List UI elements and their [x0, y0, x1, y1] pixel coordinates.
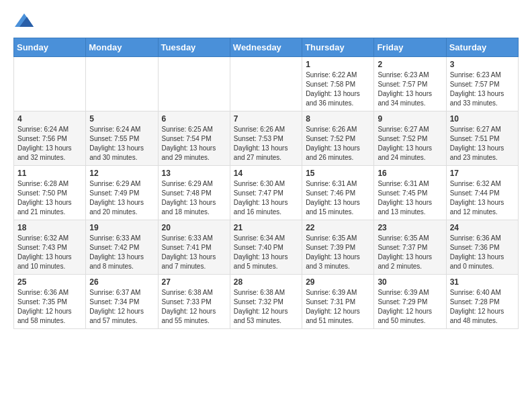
day-number: 23: [378, 223, 442, 232]
day-header-saturday: Saturday: [446, 38, 518, 57]
day-info: Sunrise: 6:32 AM Sunset: 7:43 PM Dayligh…: [17, 234, 82, 271]
day-number: 29: [306, 277, 370, 287]
day-info: Sunrise: 6:36 AM Sunset: 7:36 PM Dayligh…: [450, 234, 515, 271]
day-number: 14: [234, 169, 298, 178]
day-info: Sunrise: 6:26 AM Sunset: 7:53 PM Dayligh…: [234, 125, 298, 163]
day-info: Sunrise: 6:38 AM Sunset: 7:33 PM Dayligh…: [162, 288, 226, 326]
calendar-cell: 8Sunrise: 6:26 AM Sunset: 7:52 PM Daylig…: [302, 111, 374, 166]
day-number: 17: [450, 169, 515, 178]
calendar-cell: 21Sunrise: 6:34 AM Sunset: 7:40 PM Dayli…: [230, 220, 302, 275]
calendar-cell: [14, 57, 86, 111]
day-info: Sunrise: 6:39 AM Sunset: 7:31 PM Dayligh…: [306, 288, 370, 326]
day-number: 12: [89, 169, 154, 178]
day-number: 8: [306, 114, 370, 124]
page-header: [13, 13, 519, 27]
day-number: 30: [378, 277, 442, 287]
logo-icon: [15, 13, 34, 27]
day-number: 6: [162, 114, 226, 124]
day-info: Sunrise: 6:31 AM Sunset: 7:45 PM Dayligh…: [378, 179, 442, 217]
calendar-cell: 28Sunrise: 6:38 AM Sunset: 7:32 PM Dayli…: [230, 275, 302, 329]
calendar-cell: 27Sunrise: 6:38 AM Sunset: 7:33 PM Dayli…: [158, 275, 230, 329]
calendar-cell: 18Sunrise: 6:32 AM Sunset: 7:43 PM Dayli…: [14, 220, 86, 275]
day-info: Sunrise: 6:27 AM Sunset: 7:51 PM Dayligh…: [450, 125, 515, 163]
calendar-cell: 31Sunrise: 6:40 AM Sunset: 7:28 PM Dayli…: [446, 275, 518, 329]
day-info: Sunrise: 6:23 AM Sunset: 7:57 PM Dayligh…: [378, 71, 442, 108]
calendar-week-row: 25Sunrise: 6:36 AM Sunset: 7:35 PM Dayli…: [14, 275, 519, 329]
calendar-cell: 14Sunrise: 6:30 AM Sunset: 7:47 PM Dayli…: [230, 166, 302, 220]
day-number: 2: [378, 60, 442, 69]
calendar-cell: 24Sunrise: 6:36 AM Sunset: 7:36 PM Dayli…: [446, 220, 518, 275]
day-number: 13: [162, 169, 226, 178]
calendar-cell: 3Sunrise: 6:23 AM Sunset: 7:57 PM Daylig…: [446, 57, 518, 111]
day-info: Sunrise: 6:32 AM Sunset: 7:44 PM Dayligh…: [450, 179, 515, 217]
day-info: Sunrise: 6:35 AM Sunset: 7:37 PM Dayligh…: [378, 234, 442, 271]
day-header-tuesday: Tuesday: [158, 38, 230, 57]
day-number: 16: [378, 169, 442, 178]
calendar-cell: 20Sunrise: 6:33 AM Sunset: 7:41 PM Dayli…: [158, 220, 230, 275]
day-info: Sunrise: 6:34 AM Sunset: 7:40 PM Dayligh…: [234, 234, 298, 271]
day-number: 22: [306, 223, 370, 232]
day-info: Sunrise: 6:25 AM Sunset: 7:54 PM Dayligh…: [162, 125, 226, 163]
calendar-cell: 9Sunrise: 6:27 AM Sunset: 7:52 PM Daylig…: [374, 111, 446, 166]
calendar-week-row: 18Sunrise: 6:32 AM Sunset: 7:43 PM Dayli…: [14, 220, 519, 275]
day-number: 20: [162, 223, 226, 232]
calendar-cell: 26Sunrise: 6:37 AM Sunset: 7:34 PM Dayli…: [86, 275, 158, 329]
calendar-cell: 11Sunrise: 6:28 AM Sunset: 7:50 PM Dayli…: [14, 166, 86, 220]
day-header-thursday: Thursday: [302, 38, 374, 57]
day-number: 4: [17, 114, 82, 124]
calendar-cell: 2Sunrise: 6:23 AM Sunset: 7:57 PM Daylig…: [374, 57, 446, 111]
calendar-table: SundayMondayTuesdayWednesdayThursdayFrid…: [13, 38, 519, 329]
day-info: Sunrise: 6:31 AM Sunset: 7:46 PM Dayligh…: [306, 179, 370, 217]
calendar-cell: 16Sunrise: 6:31 AM Sunset: 7:45 PM Dayli…: [374, 166, 446, 220]
day-info: Sunrise: 6:26 AM Sunset: 7:52 PM Dayligh…: [306, 125, 370, 163]
day-info: Sunrise: 6:38 AM Sunset: 7:32 PM Dayligh…: [234, 288, 298, 326]
day-number: 1: [306, 60, 370, 69]
day-number: 9: [378, 114, 442, 124]
calendar-week-row: 11Sunrise: 6:28 AM Sunset: 7:50 PM Dayli…: [14, 166, 519, 220]
calendar-cell: 5Sunrise: 6:24 AM Sunset: 7:55 PM Daylig…: [86, 111, 158, 166]
calendar-week-row: 1Sunrise: 6:22 AM Sunset: 7:58 PM Daylig…: [14, 57, 519, 111]
day-number: 5: [89, 114, 154, 124]
day-info: Sunrise: 6:37 AM Sunset: 7:34 PM Dayligh…: [89, 288, 154, 326]
calendar-cell: 23Sunrise: 6:35 AM Sunset: 7:37 PM Dayli…: [374, 220, 446, 275]
day-number: 19: [89, 223, 154, 232]
day-number: 28: [234, 277, 298, 287]
day-info: Sunrise: 6:39 AM Sunset: 7:29 PM Dayligh…: [378, 288, 442, 326]
calendar-cell: 4Sunrise: 6:24 AM Sunset: 7:56 PM Daylig…: [14, 111, 86, 166]
day-number: 24: [450, 223, 515, 232]
day-info: Sunrise: 6:29 AM Sunset: 7:49 PM Dayligh…: [89, 179, 154, 217]
day-number: 27: [162, 277, 226, 287]
day-info: Sunrise: 6:33 AM Sunset: 7:41 PM Dayligh…: [162, 234, 226, 271]
calendar-cell: 17Sunrise: 6:32 AM Sunset: 7:44 PM Dayli…: [446, 166, 518, 220]
day-info: Sunrise: 6:35 AM Sunset: 7:39 PM Dayligh…: [306, 234, 370, 271]
day-info: Sunrise: 6:27 AM Sunset: 7:52 PM Dayligh…: [378, 125, 442, 163]
day-number: 15: [306, 169, 370, 178]
day-number: 18: [17, 223, 82, 232]
calendar-cell: [158, 57, 230, 111]
day-info: Sunrise: 6:36 AM Sunset: 7:35 PM Dayligh…: [17, 288, 82, 326]
calendar-cell: 1Sunrise: 6:22 AM Sunset: 7:58 PM Daylig…: [302, 57, 374, 111]
calendar-cell: [230, 57, 302, 111]
calendar-cell: 30Sunrise: 6:39 AM Sunset: 7:29 PM Dayli…: [374, 275, 446, 329]
day-number: 25: [17, 277, 82, 287]
calendar-header-row: SundayMondayTuesdayWednesdayThursdayFrid…: [14, 38, 519, 57]
calendar-cell: 15Sunrise: 6:31 AM Sunset: 7:46 PM Dayli…: [302, 166, 374, 220]
day-number: 11: [17, 169, 82, 178]
day-number: 26: [89, 277, 154, 287]
day-info: Sunrise: 6:30 AM Sunset: 7:47 PM Dayligh…: [234, 179, 298, 217]
day-info: Sunrise: 6:29 AM Sunset: 7:48 PM Dayligh…: [162, 179, 226, 217]
day-header-wednesday: Wednesday: [230, 38, 302, 57]
calendar-cell: [86, 57, 158, 111]
calendar-cell: 10Sunrise: 6:27 AM Sunset: 7:51 PM Dayli…: [446, 111, 518, 166]
day-header-friday: Friday: [374, 38, 446, 57]
day-info: Sunrise: 6:40 AM Sunset: 7:28 PM Dayligh…: [450, 288, 515, 326]
day-info: Sunrise: 6:24 AM Sunset: 7:55 PM Dayligh…: [89, 125, 154, 163]
day-header-sunday: Sunday: [14, 38, 86, 57]
calendar-cell: 29Sunrise: 6:39 AM Sunset: 7:31 PM Dayli…: [302, 275, 374, 329]
calendar-cell: 12Sunrise: 6:29 AM Sunset: 7:49 PM Dayli…: [86, 166, 158, 220]
day-info: Sunrise: 6:28 AM Sunset: 7:50 PM Dayligh…: [17, 179, 82, 217]
day-info: Sunrise: 6:22 AM Sunset: 7:58 PM Dayligh…: [306, 71, 370, 108]
calendar-cell: 25Sunrise: 6:36 AM Sunset: 7:35 PM Dayli…: [14, 275, 86, 329]
day-info: Sunrise: 6:24 AM Sunset: 7:56 PM Dayligh…: [17, 125, 82, 163]
day-info: Sunrise: 6:23 AM Sunset: 7:57 PM Dayligh…: [450, 71, 515, 108]
